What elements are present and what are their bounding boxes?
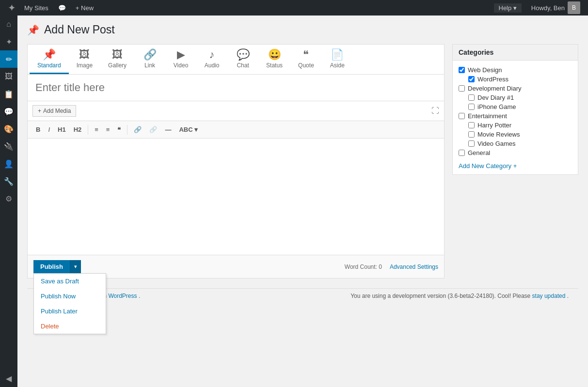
- sidebar-users-icon[interactable]: 👤: [0, 155, 17, 172]
- save-draft-item[interactable]: Save as Draft: [34, 274, 106, 289]
- tab-audio[interactable]: ♪ Audio: [196, 45, 227, 74]
- link-button[interactable]: 🔗: [130, 124, 145, 135]
- ordered-list-button[interactable]: ≡: [103, 124, 113, 135]
- aside-tab-label: Aside: [330, 62, 345, 69]
- expand-icon[interactable]: ⛶: [431, 107, 439, 115]
- spellcheck-button[interactable]: ABC ▾: [175, 124, 201, 135]
- sidebar-plugins-icon[interactable]: 🔌: [0, 138, 17, 155]
- link-tab-label: Link: [144, 62, 155, 69]
- h2-button[interactable]: H2: [70, 124, 85, 135]
- sidebar-posts-icon[interactable]: ✦: [0, 33, 17, 50]
- delete-item[interactable]: Delete: [34, 319, 106, 334]
- tab-gallery[interactable]: 🖼 Gallery: [100, 45, 134, 74]
- publish-dropdown-button[interactable]: ▾: [70, 260, 81, 273]
- tab-link[interactable]: 🔗 Link: [134, 45, 165, 74]
- tab-status[interactable]: 😀 Status: [258, 45, 290, 74]
- tab-quote[interactable]: ❝ Quote: [290, 45, 322, 74]
- cat-movie-reviews-label: Movie Reviews: [477, 131, 520, 138]
- add-media-button[interactable]: + Add Media: [32, 105, 76, 117]
- advanced-settings-link[interactable]: Advanced Settings: [390, 263, 438, 270]
- toolbar-separator-2: [127, 125, 127, 135]
- tab-image[interactable]: 🖼 Image: [69, 45, 100, 74]
- cat-entertainment: Entertainment: [459, 111, 572, 121]
- tab-chat[interactable]: 💬 Chat: [227, 45, 258, 74]
- publish-later-item[interactable]: Publish Later: [34, 304, 106, 319]
- cat-wordpress-checkbox[interactable]: [468, 76, 475, 82]
- cat-movie-reviews-checkbox[interactable]: [468, 131, 475, 138]
- adminbar-right: Help ▾ Howdy, Ben B: [494, 1, 585, 14]
- cat-web-design-label: Web Design: [468, 66, 502, 74]
- bold-button[interactable]: B: [32, 124, 44, 135]
- sidebar-comments-icon[interactable]: 💬: [0, 103, 17, 120]
- h1-button[interactable]: H1: [54, 124, 69, 135]
- page-footer: Thank you for creating with WordPress . …: [27, 288, 578, 303]
- cat-web-design: Web Design: [459, 65, 572, 75]
- layout: ⌂ ✦ ✏ 🖼 📋 💬 🎨 🔌 👤 🔧 ⚙ ◀ 📌 Add New Post 📌…: [0, 15, 588, 387]
- new-content-menu[interactable]: + New: [71, 0, 98, 15]
- cat-development-diary-label: Development Diary: [468, 85, 522, 92]
- editor-body[interactable]: [28, 139, 444, 255]
- cat-iphone-game: iPhone Game: [459, 102, 572, 111]
- cat-video-games-checkbox[interactable]: [468, 140, 475, 147]
- cat-harry-potter: Harry Potter: [459, 121, 572, 130]
- audio-tab-label: Audio: [205, 62, 220, 69]
- cat-video-games: Video Games: [459, 139, 572, 148]
- toolbar-row: + Add Media ⛶: [28, 101, 444, 121]
- unlink-button[interactable]: 🔗: [146, 124, 160, 135]
- cat-harry-potter-checkbox[interactable]: [468, 122, 475, 128]
- hr-button[interactable]: —: [161, 124, 175, 135]
- comments-menu-icon[interactable]: 💬: [53, 0, 71, 15]
- add-media-label: Add Media: [43, 108, 71, 114]
- howdy-text: Howdy, Ben: [531, 4, 565, 12]
- cat-movie-reviews: Movie Reviews: [459, 130, 572, 139]
- image-tab-label: Image: [77, 62, 93, 69]
- sidebar-settings-icon[interactable]: ⚙: [0, 190, 17, 207]
- status-tab-icon: 😀: [268, 48, 281, 61]
- publish-button[interactable]: Publish: [33, 260, 70, 273]
- cat-dev-diary-1-checkbox[interactable]: [468, 94, 475, 101]
- add-media-icon: +: [38, 108, 41, 114]
- video-tab-icon: ▶: [177, 48, 185, 61]
- gallery-tab-icon: 🖼: [112, 48, 123, 61]
- editor-container: + Add Media ⛶ B I H1 H2 ≡ ≡ ❝: [27, 74, 445, 279]
- cat-general-checkbox[interactable]: [459, 150, 465, 156]
- footer-stay-updated-link[interactable]: stay updated: [532, 293, 566, 299]
- image-tab-icon: 🖼: [79, 48, 90, 61]
- sidebar-edit-icon[interactable]: ✏: [0, 50, 17, 68]
- cat-iphone-game-checkbox[interactable]: [468, 104, 475, 110]
- chat-tab-icon: 💬: [237, 48, 250, 61]
- wp-logo-icon[interactable]: ✦: [4, 0, 19, 15]
- cat-development-diary-checkbox[interactable]: [459, 85, 465, 92]
- standard-tab-label: Standard: [37, 62, 61, 69]
- tab-aside[interactable]: 📄 Aside: [322, 45, 353, 74]
- footer-wp-link[interactable]: WordPress: [108, 293, 137, 299]
- italic-button[interactable]: I: [45, 124, 53, 135]
- sidebar-collapse-icon[interactable]: ◀: [0, 370, 17, 387]
- cat-entertainment-checkbox[interactable]: [459, 113, 465, 119]
- tab-video[interactable]: ▶ Video: [165, 45, 196, 74]
- publish-dropdown-menu: Save as Draft Publish Now Publish Later …: [33, 273, 106, 334]
- footer-version: You are using a development version (3.6…: [350, 293, 532, 299]
- cat-dev-diary-1: Dev Diary #1: [459, 93, 572, 102]
- my-sites-menu[interactable]: My Sites: [19, 0, 53, 15]
- blockquote-button[interactable]: ❝: [114, 124, 124, 135]
- title-input[interactable]: [28, 75, 444, 101]
- pin-icon: 📌: [27, 24, 39, 36]
- unordered-list-button[interactable]: ≡: [91, 124, 102, 135]
- sidebar-home-icon[interactable]: ⌂: [0, 15, 17, 33]
- tab-standard[interactable]: 📌 Standard: [30, 45, 69, 74]
- sidebar-appearance-icon[interactable]: 🎨: [0, 120, 17, 138]
- user-menu[interactable]: Howdy, Ben B: [527, 1, 584, 14]
- cat-web-design-checkbox[interactable]: [459, 67, 465, 73]
- sidebar-media-icon[interactable]: 🖼: [0, 68, 17, 85]
- sidebar-tools-icon[interactable]: 🔧: [0, 172, 17, 190]
- publish-now-item[interactable]: Publish Now: [34, 289, 106, 304]
- categories-panel-content: Web Design WordPress Development Diary: [453, 61, 578, 174]
- cat-iphone-game-label: iPhone Game: [477, 103, 516, 110]
- sidebar-pages-icon[interactable]: 📋: [0, 85, 17, 103]
- help-button[interactable]: Help ▾: [494, 3, 522, 13]
- add-category-link[interactable]: Add New Category +: [459, 162, 572, 170]
- cat-wordpress-label: WordPress: [477, 76, 509, 83]
- link-tab-icon: 🔗: [143, 48, 157, 61]
- quote-tab-label: Quote: [298, 62, 314, 69]
